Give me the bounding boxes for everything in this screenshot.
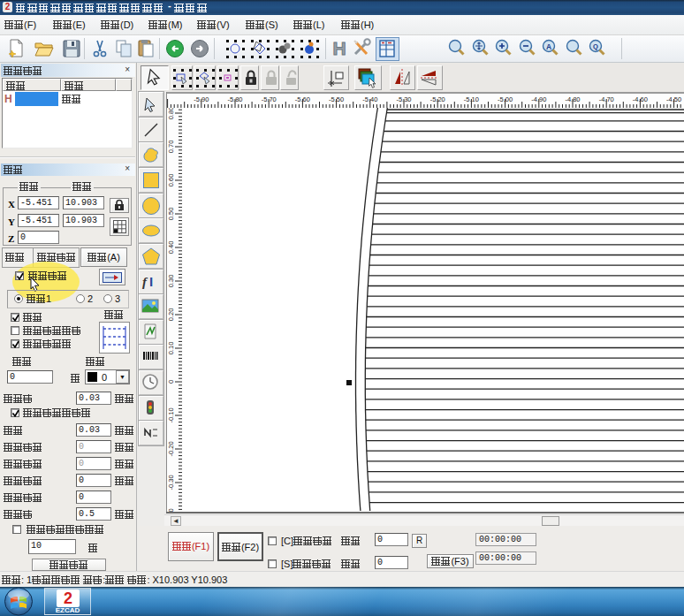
- svg-text:0.80: 0.80: [167, 108, 175, 119]
- svg-text:-5.80: -5.80: [227, 95, 242, 103]
- svg-text:-4.90: -4.90: [531, 95, 546, 103]
- svg-text:-5.70: -5.70: [262, 95, 277, 103]
- svg-text:H: H: [332, 38, 346, 58]
- svg-text:-5.90: -5.90: [194, 95, 209, 103]
- svg-text:0.60: 0.60: [167, 174, 175, 187]
- svg-text:0.50: 0.50: [167, 208, 175, 221]
- svg-text:0.20: 0.20: [167, 308, 175, 322]
- svg-text:-5.30: -5.30: [396, 95, 411, 103]
- svg-text:-5.20: -5.20: [430, 95, 445, 103]
- svg-text:-4.80: -4.80: [565, 95, 580, 103]
- svg-text:f: f: [142, 275, 148, 289]
- svg-text:0.70: 0.70: [167, 141, 175, 154]
- svg-text:0.30: 0.30: [167, 275, 175, 288]
- svg-text:0.40: 0.40: [167, 241, 175, 255]
- svg-text:-4.60: -4.60: [633, 95, 648, 103]
- svg-text:-5.40: -5.40: [362, 95, 377, 103]
- svg-text:A: A: [546, 42, 551, 51]
- svg-text:-4.70: -4.70: [599, 95, 614, 103]
- svg-text:I: I: [149, 274, 153, 289]
- svg-text:-5.50: -5.50: [329, 95, 344, 103]
- svg-text:0: 0: [167, 380, 175, 384]
- svg-text:Q: Q: [593, 42, 598, 50]
- svg-text:0.10: 0.10: [167, 342, 175, 355]
- svg-text:-5.00: -5.00: [498, 95, 513, 103]
- svg-text:-0.10: -0.10: [167, 407, 175, 422]
- svg-text:-5.60: -5.60: [295, 95, 310, 103]
- svg-text:-0.30: -0.30: [167, 475, 175, 490]
- svg-text:-0.20: -0.20: [167, 441, 175, 456]
- svg-text:-4.50: -4.50: [666, 95, 681, 103]
- svg-text:-5.10: -5.10: [464, 95, 479, 103]
